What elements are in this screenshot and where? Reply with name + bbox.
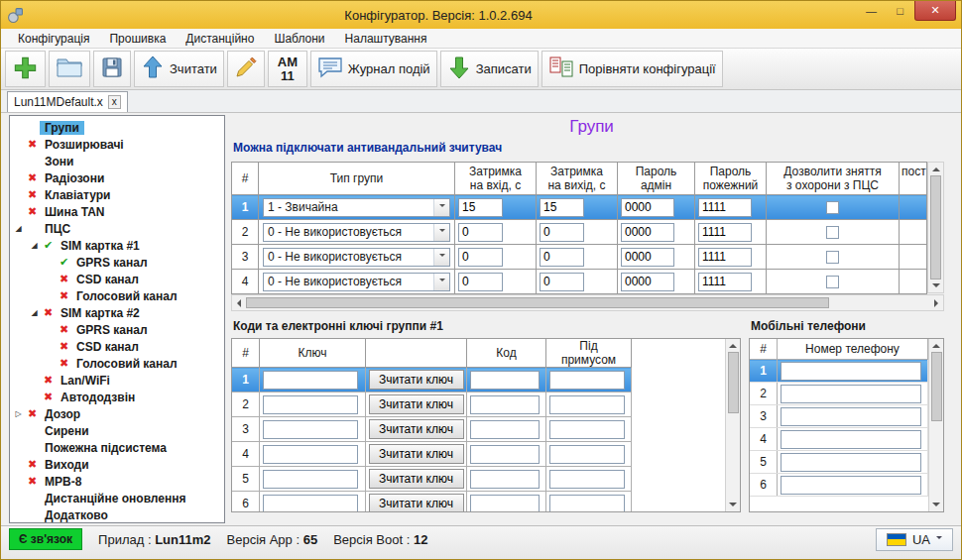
- tree-item[interactable]: ✖МРВ-8: [10, 473, 224, 490]
- read-key-button[interactable]: Зчитати ключ: [369, 494, 464, 512]
- tree-item[interactable]: ◢✖SIM картка #2: [10, 304, 224, 321]
- tree-item[interactable]: ✖Виходи: [10, 456, 224, 473]
- exit-delay-input[interactable]: [540, 198, 584, 217]
- menu-item-1[interactable]: Конфігурація: [9, 31, 98, 47]
- tree-item[interactable]: ✔GPRS канал: [10, 254, 224, 271]
- menu-item-3[interactable]: Дистанційно: [177, 31, 263, 47]
- key-row[interactable]: 1Зчитати ключ: [232, 368, 632, 392]
- event-log-button[interactable]: Журнал подій: [310, 51, 437, 87]
- phones-vertical-scrollbar[interactable]: [928, 339, 943, 511]
- exit-delay-input[interactable]: [540, 273, 584, 291]
- fire-password-input[interactable]: [698, 273, 752, 291]
- admin-password-input[interactable]: [621, 198, 674, 217]
- menu-item-5[interactable]: Налаштування: [336, 31, 436, 47]
- tab-close-button[interactable]: x: [108, 95, 121, 109]
- groups-horizontal-scrollbar[interactable]: [231, 294, 944, 311]
- admin-password-input[interactable]: [621, 223, 674, 242]
- read-key-button[interactable]: Зчитати ключ: [369, 469, 464, 489]
- key-input[interactable]: [263, 371, 358, 390]
- entry-delay-input[interactable]: [458, 198, 503, 217]
- tree-item[interactable]: ✖CSD канал: [10, 338, 224, 355]
- entry-delay-input[interactable]: [458, 248, 503, 267]
- scroll-down-icon[interactable]: [729, 503, 737, 506]
- disarm-from-pcs-checkbox[interactable]: [826, 201, 839, 214]
- code-input[interactable]: [470, 420, 540, 439]
- tree-item[interactable]: ✖Lan/WiFi: [10, 372, 224, 389]
- menu-item-4[interactable]: Шаблони: [265, 31, 333, 47]
- scroll-right-icon[interactable]: [934, 299, 938, 307]
- entry-delay-input[interactable]: [458, 273, 503, 291]
- phone-row[interactable]: 2: [750, 383, 928, 405]
- phone-number-input[interactable]: [781, 476, 921, 495]
- tree-item[interactable]: ✖Шина TAN: [10, 203, 224, 220]
- admin-password-input[interactable]: [621, 248, 674, 267]
- tree-item[interactable]: ✖Голосовий канал: [10, 355, 224, 372]
- code-input[interactable]: [470, 395, 540, 414]
- tree-item[interactable]: Групи: [10, 119, 224, 136]
- code-input[interactable]: [470, 495, 540, 513]
- exit-delay-input[interactable]: [540, 223, 584, 242]
- group-type-select[interactable]: 0 - Не використовується: [263, 248, 450, 267]
- scroll-up-icon[interactable]: [932, 168, 940, 171]
- phones-vscroll-thumb[interactable]: [931, 352, 942, 421]
- fire-password-input[interactable]: [698, 198, 752, 217]
- key-row[interactable]: 4Зчитати ключ: [232, 442, 632, 467]
- group-row[interactable]: 11 - Звичайна: [232, 195, 927, 220]
- duress-input[interactable]: [549, 445, 625, 464]
- save-config-button[interactable]: [93, 51, 131, 87]
- code-input[interactable]: [470, 445, 540, 464]
- group-row[interactable]: 40 - Не використовується: [232, 270, 927, 294]
- tree-item[interactable]: ▷✖Дозор: [10, 405, 224, 422]
- duress-input[interactable]: [549, 420, 625, 439]
- tab-lun11mdefault[interactable]: Lun11MDefault.x x: [7, 91, 128, 112]
- code-input[interactable]: [470, 371, 540, 390]
- groups-vscroll-thumb[interactable]: [930, 175, 941, 280]
- group-type-select[interactable]: 0 - Не використовується: [263, 273, 450, 291]
- tree-expander-collapsed-icon[interactable]: ▷: [12, 409, 25, 418]
- phone-row[interactable]: 3: [750, 405, 928, 428]
- phone-row[interactable]: 1: [750, 360, 928, 383]
- am11-indicator[interactable]: АМ 11: [268, 51, 307, 87]
- phone-row[interactable]: 5: [750, 451, 928, 474]
- language-button[interactable]: UA: [876, 528, 953, 551]
- key-row[interactable]: 2Зчитати ключ: [232, 392, 632, 417]
- keys-vertical-scrollbar[interactable]: [725, 339, 740, 511]
- new-config-button[interactable]: [5, 51, 46, 87]
- tree-item[interactable]: ◢✔SIM картка #1: [10, 237, 224, 254]
- fire-password-input[interactable]: [698, 223, 752, 242]
- phone-row[interactable]: 4: [750, 428, 928, 451]
- phone-number-input[interactable]: [781, 407, 921, 426]
- duress-input[interactable]: [549, 395, 625, 414]
- scroll-left-icon[interactable]: [237, 299, 241, 307]
- key-input[interactable]: [263, 470, 358, 489]
- close-button[interactable]: ✕: [914, 1, 956, 21]
- scroll-up-icon[interactable]: [932, 344, 940, 348]
- read-key-button[interactable]: Зчитати ключ: [369, 394, 464, 414]
- group-type-select[interactable]: 1 - Звичайна: [263, 198, 450, 217]
- duress-input[interactable]: [549, 470, 625, 489]
- key-row[interactable]: 6Зчитати ключ: [232, 492, 632, 513]
- code-input[interactable]: [470, 470, 540, 489]
- read-key-button[interactable]: Зчитати ключ: [369, 370, 464, 390]
- tree-item[interactable]: Пожежна підсистема: [10, 439, 224, 456]
- key-input[interactable]: [263, 420, 358, 439]
- key-input[interactable]: [263, 495, 358, 513]
- read-key-button[interactable]: Зчитати ключ: [369, 419, 464, 439]
- key-row[interactable]: 3Зчитати ключ: [232, 417, 632, 442]
- keys-vscroll-thumb[interactable]: [728, 352, 739, 413]
- tree-item[interactable]: Сирени: [10, 422, 224, 439]
- write-config-button[interactable]: Записати: [440, 51, 539, 87]
- entry-delay-input[interactable]: [458, 223, 503, 242]
- duress-input[interactable]: [549, 371, 625, 390]
- group-type-select[interactable]: 0 - Не використовується: [263, 223, 450, 242]
- tree-item[interactable]: ◢ПЦС: [10, 220, 224, 237]
- scroll-down-icon[interactable]: [932, 503, 940, 506]
- tree-expander-expanded-icon[interactable]: ◢: [28, 308, 41, 317]
- tree-item[interactable]: Дистанційне оновлення: [10, 490, 224, 506]
- read-key-button[interactable]: Зчитати ключ: [369, 444, 464, 464]
- open-config-button[interactable]: [49, 51, 90, 87]
- tree-item[interactable]: Додатково: [10, 506, 224, 523]
- groups-hscroll-thumb[interactable]: [246, 297, 829, 308]
- phone-row[interactable]: 6: [750, 474, 928, 497]
- tree-item[interactable]: ✖Автододзвін: [10, 389, 224, 405]
